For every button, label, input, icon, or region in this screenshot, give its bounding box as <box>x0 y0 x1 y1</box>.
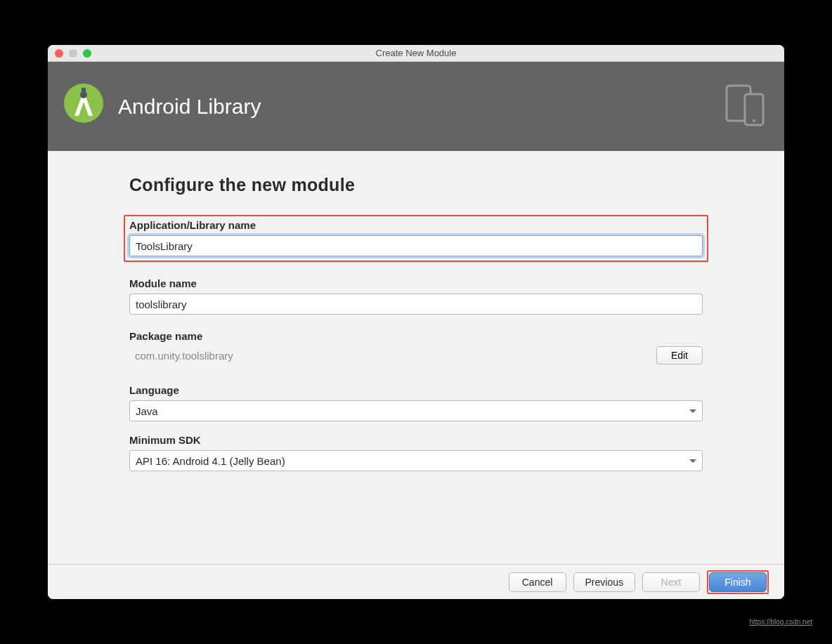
content-area: Configure the new module Application/Lib… <box>48 151 784 564</box>
finish-highlight: Finish <box>707 570 769 594</box>
page-heading: Configure the new module <box>129 175 703 195</box>
min-sdk-label: Minimum SDK <box>129 434 703 446</box>
svg-point-5 <box>753 119 755 122</box>
language-value: Java <box>136 405 158 417</box>
window-title: Create New Module <box>48 48 784 58</box>
package-name-value: com.unity.toolslibrary <box>129 350 233 362</box>
app-name-label: Application/Library name <box>129 219 703 231</box>
module-name-label: Module name <box>129 277 703 289</box>
banner-title: Android Library <box>118 95 261 119</box>
android-studio-icon <box>62 82 105 131</box>
traffic-lights <box>48 49 91 58</box>
chevron-down-icon <box>689 409 696 413</box>
previous-button[interactable]: Previous <box>573 572 635 592</box>
cancel-button[interactable]: Cancel <box>509 572 566 592</box>
min-sdk-value: API 16: Android 4.1 (Jelly Bean) <box>136 455 285 467</box>
app-name-field-group: Application/Library name <box>124 215 708 262</box>
close-window-button[interactable] <box>55 49 63 58</box>
app-name-input[interactable] <box>129 235 703 256</box>
edit-package-button[interactable]: Edit <box>656 346 703 364</box>
min-sdk-field-group: Minimum SDK API 16: Android 4.1 (Jelly B… <box>129 434 703 471</box>
watermark: https://blog.csdn.net <box>749 618 812 626</box>
language-label: Language <box>129 384 703 396</box>
finish-button[interactable]: Finish <box>709 572 767 592</box>
module-name-input[interactable] <box>129 294 703 315</box>
banner: Android Library <box>48 62 784 151</box>
package-name-field-group: Package name com.unity.toolslibrary Edit <box>129 330 703 364</box>
module-name-field-group: Module name <box>129 277 703 315</box>
titlebar: Create New Module <box>48 45 784 62</box>
next-button: Next <box>642 572 700 592</box>
footer: Cancel Previous Next Finish <box>48 564 784 599</box>
maximize-window-button[interactable] <box>83 49 91 58</box>
min-sdk-select[interactable]: API 16: Android 4.1 (Jelly Bean) <box>129 450 703 471</box>
package-name-label: Package name <box>129 330 703 342</box>
language-field-group: Language Java <box>129 384 703 421</box>
language-select[interactable]: Java <box>129 400 703 421</box>
dialog-window: Create New Module Android Library Config… <box>48 45 784 599</box>
minimize-window-button[interactable] <box>69 49 77 58</box>
svg-rect-2 <box>82 88 86 93</box>
chevron-down-icon <box>689 459 696 463</box>
devices-icon <box>725 84 766 128</box>
